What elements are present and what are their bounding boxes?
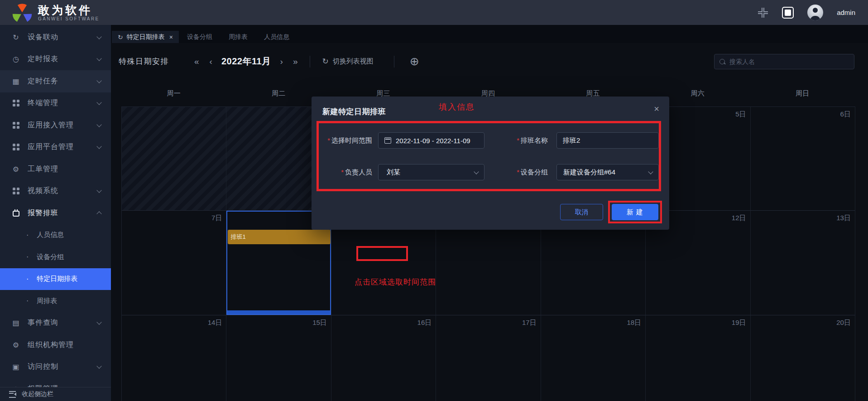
sidebar-item-device-linkage[interactable]: ↻设备联动 (0, 26, 111, 48)
sidebar-item-label: 定时任务 (28, 77, 58, 86)
tab-label: 周排表 (229, 33, 248, 41)
search-icon (719, 59, 725, 64)
sidebar-item-label: 定时报表 (28, 54, 58, 64)
device-group-select[interactable]: 新建设备分组#64 (556, 164, 659, 180)
owner-select[interactable]: 刘某 (378, 164, 484, 180)
grid-icon (11, 144, 20, 150)
date-range-value: 2022-11-09 - 2022-11-09 (396, 137, 470, 145)
sidebar-subitem-specific-date-schedule[interactable]: ·特定日期排表 (0, 268, 111, 290)
tab-label: 人员信息 (264, 33, 289, 41)
sidebar-item-label: 工单管理 (28, 164, 58, 174)
sidebar-subitem-personnel-info[interactable]: ·人员信息 (0, 224, 111, 246)
date-label: 19日 (732, 319, 746, 327)
calendar-cell[interactable]: 13日 (751, 211, 855, 315)
device-group-label: *设备分组 (504, 164, 548, 180)
date-label: 13日 (836, 214, 851, 222)
date-label: 18日 (627, 319, 641, 327)
sidebar-subitem-device-group[interactable]: ·设备分组 (0, 246, 111, 268)
sidebar-item-event-query[interactable]: ▤事件查询 (0, 312, 111, 334)
schedule-name-input[interactable]: 排班2 (556, 132, 659, 149)
grid-icon (11, 122, 20, 129)
bullet-icon: · (26, 253, 29, 261)
date-range-label: *选择时间范围 (320, 132, 372, 149)
calendar-cell[interactable]: 15日 (226, 315, 331, 401)
calendar-toolbar: 特殊日期安排 « ‹ 2022年11月 › » ↻ 切换列表视图 ⊕ (111, 43, 868, 76)
prev-month-button[interactable]: ‹ (210, 57, 212, 66)
exit-fullscreen-icon[interactable] (758, 7, 768, 18)
tab-weekly-schedule[interactable]: 周排表 (221, 31, 256, 43)
tab-personnel-info[interactable]: 人员信息 (256, 31, 297, 43)
next-year-button[interactable]: » (293, 57, 297, 66)
gear-icon: ⚙ (11, 165, 20, 174)
event-bar[interactable]: 排班1 (228, 230, 330, 244)
date-label: 6日 (840, 110, 851, 119)
sidebar-item-label: 组织机构管理 (28, 340, 74, 350)
calendar-cell[interactable]: 18日 (541, 315, 646, 401)
close-icon[interactable]: × (169, 34, 173, 41)
toolbar-divider (310, 56, 310, 68)
sidebar-item-access-control[interactable]: ▣访问控制 (0, 356, 111, 378)
calendar-cell[interactable]: 16日 (331, 315, 436, 401)
tab-device-group[interactable]: 设备分组 (179, 31, 221, 43)
calendar-cell[interactable] (122, 107, 226, 211)
sidebar-subitem-label: 人员信息 (37, 231, 64, 239)
page-title: 特殊日期安排 (119, 56, 169, 67)
sidebar-item-scheduled-task[interactable]: ▦定时任务 (0, 70, 111, 92)
add-schedule-button[interactable]: ⊕ (410, 56, 419, 67)
bullet-icon: · (26, 231, 29, 239)
sidebar-item-scheduled-report[interactable]: ◷定时报表 (0, 48, 111, 71)
weekday-header: 周日 (750, 89, 855, 98)
modal-title: 新建特定日期排班 (322, 106, 386, 117)
switch-view-icon: ↻ (322, 57, 328, 66)
chevron-down-icon (96, 78, 101, 83)
tab-specific-date-schedule[interactable]: ↻特定日期排表× (112, 31, 179, 43)
sidebar-item-label: 视频系统 (28, 186, 58, 196)
calendar-cell[interactable]: 6日 (751, 107, 855, 211)
sidebar-subitem-label: 设备分组 (37, 253, 64, 261)
schedule-name-label: *排班名称 (504, 132, 548, 149)
search-box (714, 54, 854, 69)
username[interactable]: admin (837, 9, 855, 16)
calendar-cell[interactable]: 20日 (751, 315, 855, 401)
avatar[interactable] (807, 5, 823, 20)
calendar-cell[interactable]: 19日 (646, 315, 750, 401)
date-label: 12日 (732, 214, 746, 222)
link-sync-icon: ↻ (11, 33, 20, 42)
sidebar-item-app-platform-management[interactable]: 应用平台管理 (0, 136, 111, 159)
sidebar-item-label: 访问控制 (28, 362, 58, 372)
calendar-cell[interactable]: 7日 (122, 211, 226, 315)
calendar-cell[interactable]: 17日 (436, 315, 541, 401)
sidebar-item-terminal-management[interactable]: 终端管理 (0, 92, 111, 115)
sidebar-subitem-label: 周排表 (37, 297, 57, 305)
calendar-cell[interactable]: 14日 (122, 315, 226, 401)
confirm-button[interactable]: 新 建 (612, 204, 658, 220)
modal-close-icon[interactable]: × (654, 104, 659, 113)
collapse-sidebar-button[interactable]: 收起侧边栏 (0, 387, 111, 401)
refresh-icon[interactable]: ↻ (118, 34, 123, 41)
sidebar: ↻设备联动◷定时报表▦定时任务终端管理应用接入管理应用平台管理⚙工单管理视频系统… (0, 25, 111, 401)
fullscreen-capture-icon[interactable] (782, 7, 794, 19)
chevron-down-icon (96, 320, 101, 325)
sidebar-nav: ↻设备联动◷定时报表▦定时任务终端管理应用接入管理应用平台管理⚙工单管理视频系统… (0, 25, 111, 400)
switch-view-button[interactable]: ↻ 切换列表视图 (322, 57, 373, 66)
tab-label: 设备分组 (187, 33, 212, 41)
chevron-up-icon (96, 211, 101, 216)
search-input[interactable] (729, 58, 849, 66)
grid-icon (11, 100, 20, 106)
date-range-input[interactable]: 2022-11-09 - 2022-11-09 (378, 132, 484, 149)
next-month-button[interactable]: › (280, 57, 283, 66)
access-icon: ▣ (11, 362, 20, 371)
sidebar-item-organization-management[interactable]: ⚙组织机构管理 (0, 334, 111, 356)
date-label: 14日 (208, 319, 222, 327)
calendar-icon (11, 209, 20, 217)
sidebar-item-alarm-scheduling[interactable]: 报警排班 (0, 202, 111, 224)
sidebar-item-work-order-management[interactable]: ⚙工单管理 (0, 158, 111, 180)
sidebar-subitem-weekly-schedule[interactable]: ·周排表 (0, 290, 111, 312)
chevron-down-icon (96, 34, 101, 39)
brand-logo: 敢为软件 GANWEI SOFTWARE (12, 2, 100, 23)
sidebar-item-app-access-management[interactable]: 应用接入管理 (0, 114, 111, 136)
prev-year-button[interactable]: « (194, 57, 198, 66)
sidebar-item-video-system[interactable]: 视频系统 (0, 180, 111, 203)
cancel-button[interactable]: 取消 (560, 204, 603, 220)
sidebar-item-label: 报警排班 (28, 208, 58, 218)
